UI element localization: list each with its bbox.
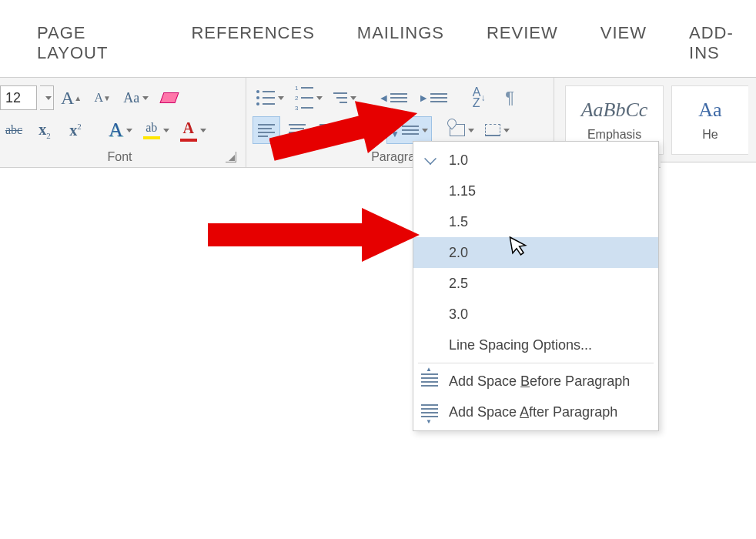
- font-size-dropdown[interactable]: [40, 85, 54, 110]
- highlight-button[interactable]: ab: [139, 116, 173, 144]
- text-effects-button[interactable]: A: [105, 116, 136, 144]
- spacing-2-5[interactable]: 2.5: [413, 268, 658, 299]
- grow-font-icon: A: [61, 88, 74, 109]
- style-preview: AaBbCc: [581, 99, 648, 122]
- strikethrough-icon: abc: [5, 123, 22, 137]
- shrink-font-button[interactable]: A ▼: [89, 84, 116, 112]
- ribbon-tabs: PAGE LAYOUT REFERENCES MAILINGS REVIEW V…: [0, 0, 756, 77]
- superscript-button[interactable]: x2: [62, 116, 89, 144]
- tab-review[interactable]: REVIEW: [487, 23, 558, 63]
- spacing-1-5[interactable]: 1.5: [413, 206, 658, 237]
- tab-addins[interactable]: ADD-INS: [689, 23, 756, 63]
- borders-button[interactable]: [481, 116, 513, 144]
- line-spacing-menu: 1.0 1.15 1.5 2.0 2.5 3.0 Line Spacing Op…: [413, 141, 659, 431]
- style-preview: Aa: [698, 99, 721, 122]
- font-group-label: Font: [0, 149, 239, 164]
- menu-separator: [418, 363, 654, 363]
- add-space-before[interactable]: Add Space Before Paragraph: [413, 366, 658, 397]
- pilcrow-icon: ¶: [505, 88, 514, 108]
- text-effects-icon: A: [109, 119, 123, 142]
- add-space-after[interactable]: Add Space After Paragraph: [413, 397, 658, 427]
- tab-references[interactable]: REFERENCES: [191, 23, 314, 63]
- font-color-icon: A: [183, 119, 194, 137]
- style-name-label: He: [702, 128, 718, 142]
- tab-page-layout[interactable]: PAGE LAYOUT: [37, 23, 149, 63]
- space-after-icon: [421, 404, 438, 417]
- style-name-label: Emphasis: [587, 128, 641, 142]
- check-icon: [424, 152, 437, 165]
- shading-icon: [450, 124, 465, 136]
- line-spacing-options[interactable]: Line Spacing Options...: [413, 330, 658, 360]
- show-marks-button[interactable]: ¶: [496, 84, 524, 112]
- sort-button[interactable]: A Z ↓: [465, 84, 493, 112]
- sort-icon: A Z: [473, 87, 481, 109]
- borders-icon: [485, 124, 500, 136]
- style-heading[interactable]: Aa He: [671, 85, 748, 155]
- tab-mailings[interactable]: MAILINGS: [357, 23, 444, 63]
- change-case-icon: Aa: [123, 90, 139, 106]
- tab-view[interactable]: VIEW: [600, 23, 647, 63]
- document-edge: [661, 162, 756, 168]
- font-dialog-launcher[interactable]: [226, 152, 236, 162]
- svg-marker-0: [269, 92, 423, 162]
- annotation-arrow-2: [208, 208, 423, 262]
- eraser-icon: [160, 92, 179, 103]
- spacing-2-0[interactable]: 2.0: [413, 237, 658, 268]
- subscript-icon: x2: [38, 121, 51, 140]
- change-case-button[interactable]: Aa: [119, 84, 152, 112]
- svg-marker-1: [208, 208, 420, 262]
- font-color-button[interactable]: A: [176, 116, 210, 144]
- grow-font-button[interactable]: A ▲: [57, 84, 85, 112]
- subscript-button[interactable]: x2: [31, 116, 59, 144]
- font-group: 12 A ▲ A ▼ Aa: [0, 78, 246, 167]
- space-before-icon: [421, 373, 438, 387]
- spacing-3-0[interactable]: 3.0: [413, 299, 658, 330]
- spacing-1-0[interactable]: 1.0: [413, 145, 658, 176]
- highlight-icon: ab: [146, 121, 157, 135]
- shrink-font-icon: A: [95, 91, 104, 105]
- spacing-1-15[interactable]: 1.15: [413, 176, 658, 206]
- clear-formatting-button[interactable]: [156, 84, 183, 112]
- font-size-input[interactable]: 12: [0, 85, 37, 110]
- strikethrough-button[interactable]: abc: [0, 116, 28, 144]
- shading-button[interactable]: [446, 116, 478, 144]
- annotation-arrow-1: [269, 92, 423, 162]
- superscript-icon: x2: [69, 122, 82, 139]
